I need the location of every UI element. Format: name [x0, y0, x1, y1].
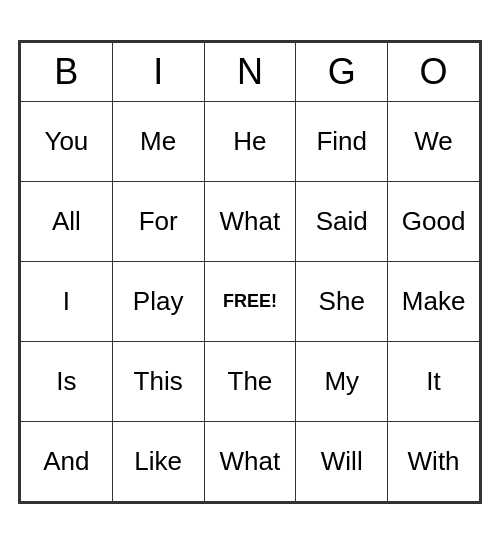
- header-row: BINGO: [21, 43, 480, 102]
- cell-r2-c3: She: [296, 262, 388, 342]
- table-row: IPlayFREE!SheMake: [21, 262, 480, 342]
- bingo-table: BINGO YouMeHeFindWeAllForWhatSaidGoodIPl…: [20, 42, 480, 502]
- header-col-o: O: [388, 43, 480, 102]
- cell-r1-c2: What: [204, 182, 296, 262]
- cell-r0-c0: You: [21, 102, 113, 182]
- cell-r4-c0: And: [21, 422, 113, 502]
- cell-r2-c4: Make: [388, 262, 480, 342]
- cell-r0-c3: Find: [296, 102, 388, 182]
- cell-r3-c3: My: [296, 342, 388, 422]
- header-col-b: B: [21, 43, 113, 102]
- header-col-g: G: [296, 43, 388, 102]
- bingo-card: BINGO YouMeHeFindWeAllForWhatSaidGoodIPl…: [18, 40, 482, 504]
- cell-r0-c4: We: [388, 102, 480, 182]
- cell-r4-c3: Will: [296, 422, 388, 502]
- table-row: AndLikeWhatWillWith: [21, 422, 480, 502]
- table-row: IsThisTheMyIt: [21, 342, 480, 422]
- cell-r1-c3: Said: [296, 182, 388, 262]
- cell-r0-c1: Me: [112, 102, 204, 182]
- cell-r1-c4: Good: [388, 182, 480, 262]
- table-row: YouMeHeFindWe: [21, 102, 480, 182]
- cell-r3-c4: It: [388, 342, 480, 422]
- cell-r3-c0: Is: [21, 342, 113, 422]
- cell-r3-c2: The: [204, 342, 296, 422]
- cell-r1-c1: For: [112, 182, 204, 262]
- cell-r2-c0: I: [21, 262, 113, 342]
- table-row: AllForWhatSaidGood: [21, 182, 480, 262]
- cell-r3-c1: This: [112, 342, 204, 422]
- cell-r1-c0: All: [21, 182, 113, 262]
- cell-r4-c1: Like: [112, 422, 204, 502]
- cell-r4-c4: With: [388, 422, 480, 502]
- header-col-i: I: [112, 43, 204, 102]
- cell-r4-c2: What: [204, 422, 296, 502]
- cell-r0-c2: He: [204, 102, 296, 182]
- cell-r2-c1: Play: [112, 262, 204, 342]
- cell-r2-c2: FREE!: [204, 262, 296, 342]
- header-col-n: N: [204, 43, 296, 102]
